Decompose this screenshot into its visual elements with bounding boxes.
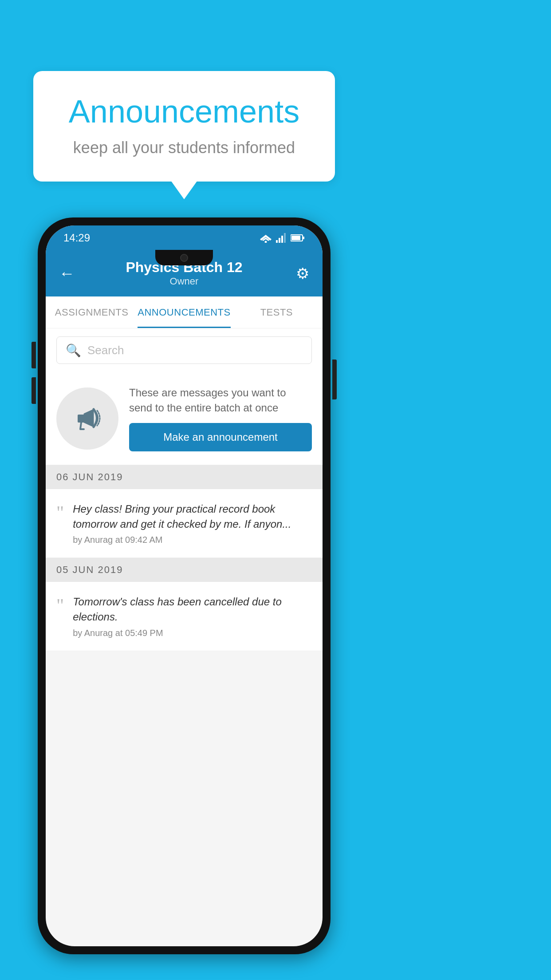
volume-up-button [31,342,36,368]
app-bar-subtitle: Owner [81,276,287,287]
power-button [332,360,337,399]
announcement-text-2: Tomorrow's class has been cancelled due … [73,594,312,624]
date-separator-2: 05 JUN 2019 [46,558,323,582]
quote-icon-2: " [56,596,64,615]
status-time: 14:29 [63,232,90,244]
announcement-icon-circle [56,387,118,450]
front-camera [180,254,188,262]
status-bar: 14:29 [46,225,323,250]
announcement-item-2[interactable]: " Tomorrow's class has been cancelled du… [46,582,323,651]
speech-bubble-title: Announcements [60,93,308,130]
make-announcement-button[interactable]: Make an announcement [129,423,312,451]
battery-icon [291,234,305,241]
volume-down-button [31,377,36,404]
tab-assignments[interactable]: ASSIGNMENTS [46,296,138,328]
phone-notch [155,250,213,265]
tab-announcements[interactable]: ANNOUNCEMENTS [138,296,230,328]
phone-mockup: 14:29 [38,217,331,954]
svg-rect-8 [303,237,304,239]
announcement-item-1[interactable]: " Hey class! Bring your practical record… [46,489,323,558]
svg-rect-3 [276,240,278,243]
tab-tests[interactable]: TESTS [231,296,323,328]
phone-screen: 14:29 [46,225,323,946]
announcement-promo-right: These are messages you want to send to t… [129,385,312,451]
svg-rect-10 [78,415,85,423]
announcement-text-1: Hey class! Bring your practical record b… [73,502,312,531]
svg-point-2 [265,241,267,243]
settings-icon[interactable]: ⚙ [287,265,309,282]
speech-bubble-subtitle: keep all your students informed [60,138,308,157]
speech-bubble-container: Announcements keep all your students inf… [33,71,335,182]
search-input[interactable]: 🔍 Search [56,336,312,364]
announcement-content-2: Tomorrow's class has been cancelled due … [73,594,312,638]
tabs-bar: ASSIGNMENTS ANNOUNCEMENTS TESTS [46,296,323,328]
announcement-content-1: Hey class! Bring your practical record b… [73,502,312,545]
wifi-icon [259,233,272,243]
announcement-promo: These are messages you want to send to t… [46,372,323,465]
svg-rect-4 [279,238,280,243]
search-icon: 🔍 [66,343,81,358]
back-button[interactable]: ← [59,264,81,283]
signal-icon [276,233,287,243]
svg-rect-6 [284,233,286,243]
date-separator-1: 06 JUN 2019 [46,465,323,489]
megaphone-icon [71,403,103,435]
search-bar: 🔍 Search [46,328,323,372]
announcement-meta-1: by Anurag at 09:42 AM [73,535,312,545]
quote-icon-1: " [56,503,64,522]
svg-rect-9 [291,236,300,240]
search-placeholder: Search [87,344,124,357]
announcement-promo-description: These are messages you want to send to t… [129,385,312,415]
announcement-meta-2: by Anurag at 05:49 PM [73,628,312,638]
svg-rect-5 [281,236,283,243]
status-icons [259,233,305,243]
speech-bubble: Announcements keep all your students inf… [33,71,335,182]
phone-outer: 14:29 [38,217,331,954]
